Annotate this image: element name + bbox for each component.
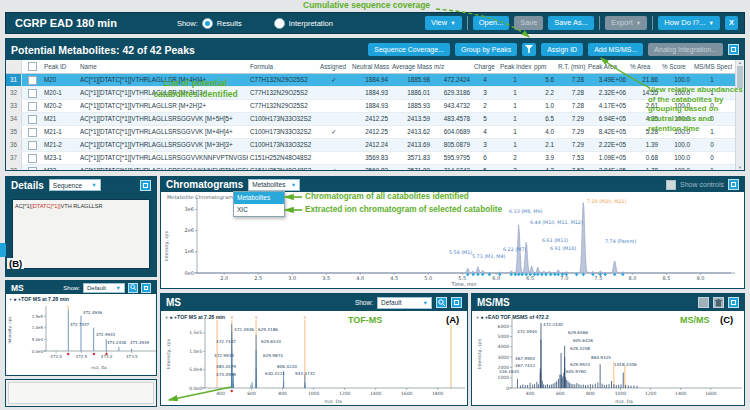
group-by-peaks-button[interactable]: Group by Peaks [455, 43, 517, 56]
table-row[interactable]: 35M21-1AC[*1][DTATC[*1]]VTHRLAGLLSRSGGVV… [6, 126, 744, 139]
svg-text:7.0: 7.0 [560, 275, 568, 281]
row-checkbox[interactable] [28, 154, 37, 163]
scroll-down-icon[interactable]: ▼ [738, 165, 742, 170]
annotation-chromatogram-xic: Extracted ion chromatogram of selected c… [305, 205, 502, 215]
table-cell: 1886.01 [390, 87, 432, 99]
expand-panel-icon[interactable] [451, 297, 462, 308]
assign-id-button[interactable]: Assign ID [541, 43, 583, 56]
svg-text:0.0e0: 0.0e0 [189, 386, 202, 391]
table-row[interactable]: 37M23-1AC[*1][DTATC[*1]]VTHRLAGLLSRSGGVV… [6, 152, 744, 165]
svg-text:7.5: 7.5 [594, 275, 602, 281]
select-all-checkbox[interactable] [28, 62, 37, 71]
show-controls-checkbox[interactable] [666, 180, 676, 190]
scroll-up-icon[interactable]: ▲ [738, 60, 742, 65]
ms-small-show-dropdown[interactable]: Default▼ [83, 283, 125, 293]
column-header: % Score [660, 60, 692, 73]
table-cell: 6.5 [532, 113, 556, 125]
svg-text:1200: 1200 [645, 391, 657, 396]
zoom-icon[interactable] [436, 297, 447, 308]
table-cell: 2 [498, 165, 532, 170]
row-checkbox[interactable] [28, 141, 37, 150]
interpretation-radio[interactable] [274, 18, 285, 29]
svg-text:0: 0 [506, 386, 509, 391]
trash-icon[interactable] [713, 297, 724, 308]
annotation-view-relative-abundances: View relative abundances of the cataboli… [648, 85, 745, 134]
svg-text:800: 800 [278, 391, 287, 396]
column-header: Peak Index [498, 60, 532, 73]
trash-glyph [715, 299, 722, 307]
row-number: 33 [6, 100, 22, 112]
table-row[interactable]: 31M20AC[*1][DTATC[*1]]VTHRLAGLLSR [M+4H]… [6, 74, 744, 87]
table-cell: 2412.25 [350, 126, 390, 138]
row-checkbox[interactable] [28, 102, 37, 111]
svg-text:1400: 1400 [370, 391, 382, 396]
details-view-dropdown[interactable]: Sequence▼ [49, 179, 101, 191]
filter-button[interactable] [522, 43, 536, 56]
zoom-icon[interactable] [128, 283, 138, 293]
analog-integration-button: Analog Integration... [648, 43, 723, 56]
table-row[interactable]: 36M21-2AC[*1][DTATC[*1]]VTHRLAGLLSRSGGVV… [6, 139, 744, 152]
svg-text:629.9874: 629.9874 [263, 353, 283, 358]
table-cell: C100H173N33O32S2 [248, 113, 318, 125]
table-cell: 3569.83 [350, 165, 390, 170]
open-button[interactable]: Open... [473, 16, 510, 30]
svg-text:1600: 1600 [401, 391, 413, 396]
table-cell: 1 [498, 74, 532, 86]
svg-text:1e6: 1e6 [185, 248, 194, 254]
svg-text:5.0: 5.0 [424, 275, 432, 281]
chevron-down-icon: ▼ [423, 300, 428, 306]
row-checkbox[interactable] [28, 167, 37, 170]
table-row[interactable]: 38M22AC[*1][DTATC[*1]]VTHRLAGLLSRSGGVVKN… [6, 165, 744, 170]
svg-text:Intensity, cps: Intensity, cps [7, 317, 12, 344]
table-row[interactable]: 32M20-1AC[*1][DTATC[*1]]VTHRLAGLLSR [M+3… [6, 87, 744, 100]
disabled-tool-icon [698, 297, 709, 308]
view-dropdown[interactable]: View▼ [425, 16, 462, 30]
svg-text:6000: 6000 [498, 324, 510, 329]
export-dropdown: Export▼ [605, 16, 647, 30]
table-cell: M21-2 [42, 139, 78, 151]
table-cell: C77H132N29O25S2 [248, 74, 318, 86]
table-cell: 5 [472, 113, 498, 125]
expand-panel-icon[interactable] [728, 44, 739, 55]
expand-panel-icon[interactable] [141, 283, 151, 293]
dropdown-option-xic[interactable]: XIC [234, 204, 284, 216]
svg-text:m/z, Da: m/z, Da [615, 399, 633, 404]
ms-main-show-dropdown[interactable]: Default▼ [377, 297, 432, 309]
annotation-cumulative-sequence-coverage: Cumulative sequence coverage [303, 0, 430, 11]
row-checkbox[interactable] [28, 115, 37, 124]
save-as-button[interactable]: Save As... [548, 16, 594, 30]
svg-text:4.0: 4.0 [356, 275, 364, 281]
svg-text:600: 600 [556, 391, 565, 396]
select-all-cell [22, 60, 42, 73]
table-row[interactable]: 33M20-2AC[*1][DTATC[*1]]VTHRLAGLLSR [M+2… [6, 100, 744, 113]
row-checkbox[interactable] [28, 89, 37, 98]
how-do-i-dropdown[interactable]: How Do I?...▼ [658, 16, 720, 30]
table-cell: 2.22E+05 [586, 139, 628, 151]
sequence-coverage-button[interactable]: Sequence Coverage... [368, 43, 450, 56]
results-radio[interactable] [202, 18, 213, 29]
row-checkbox[interactable] [28, 76, 37, 85]
table-cell: C77H132N29O25S2 [248, 100, 318, 112]
figure-label-b: (B) [7, 258, 24, 269]
close-button[interactable]: X [725, 16, 738, 30]
svg-text:4.5: 4.5 [390, 275, 398, 281]
chromatogram-type-dropdown[interactable]: Metabolites▼ [248, 179, 300, 191]
side-tab-icon[interactable] [0, 243, 6, 257]
potential-metabolites-panel: Potential Metabolites: 42 of 42 Peaks Se… [5, 38, 745, 171]
table-cell: M21-1 [42, 126, 78, 138]
expand-panel-icon[interactable] [728, 179, 739, 190]
table-cell: 100.0 [660, 139, 692, 151]
expand-panel-icon[interactable] [140, 180, 151, 191]
ms-main-panel: MS Show: Default▼ + ● +TOF MS at 7.28 mi… [160, 293, 468, 406]
ms-small-panel-title: MS [11, 283, 24, 293]
column-header: Neutral Mass [350, 60, 390, 73]
expand-panel-icon[interactable] [728, 297, 739, 308]
table-cell: 3571.80 [390, 165, 432, 170]
table-cell: C100H173N33O32S2 [248, 126, 318, 138]
row-checkbox[interactable] [28, 128, 37, 137]
table-cell: 6 [472, 152, 498, 164]
table-row[interactable]: 34M21AC[*1][DTATC[*1]]VTHRLAGLLSRSGGVVK … [6, 113, 744, 126]
add-msms-button[interactable]: Add MS/MS... [588, 43, 643, 56]
row-number: 36 [6, 139, 22, 151]
dropdown-option-metabolites[interactable]: Metabolites [234, 192, 284, 204]
